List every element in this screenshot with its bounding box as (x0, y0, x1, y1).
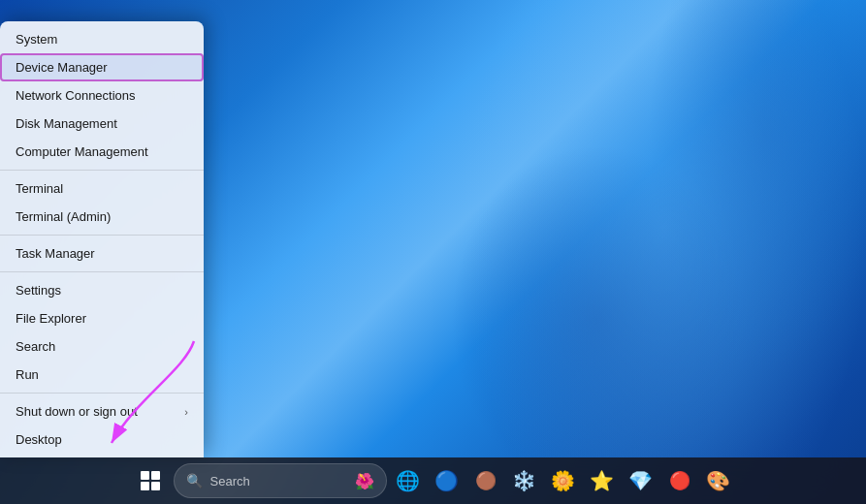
taskbar-icon-red[interactable]: 🔴 (662, 463, 697, 498)
taskbar-center: 🔍 Search 🌺 🌐 🔵 🟤 ❄️ 🌼 ⭐ 💎 🔴 🎨 (131, 461, 736, 500)
menu-item-label-disk-management: Disk Management (16, 116, 117, 131)
menu-item-settings[interactable]: Settings (0, 276, 204, 304)
menu-separator-sep4 (0, 393, 204, 394)
start-button[interactable] (131, 461, 170, 500)
logo-quad-4 (151, 482, 160, 490)
menu-item-label-desktop: Desktop (16, 432, 62, 447)
menu-item-task-manager[interactable]: Task Manager (0, 239, 204, 268)
menu-item-run[interactable]: Run (0, 361, 204, 389)
taskbar-search-bar[interactable]: 🔍 Search 🌺 (174, 463, 387, 498)
menu-item-arrow-shut-down: › (184, 406, 188, 418)
menu-item-file-explorer[interactable]: File Explorer (0, 304, 204, 332)
menu-separator-sep2 (0, 235, 204, 236)
menu-item-network-connections[interactable]: Network Connections (0, 81, 204, 110)
menu-item-system[interactable]: System (0, 25, 204, 53)
taskbar-icon-star[interactable]: ⭐ (585, 463, 620, 498)
logo-quad-1 (141, 471, 149, 480)
search-icon: 🔍 (186, 473, 203, 488)
windows-logo (141, 471, 160, 490)
logo-quad-2 (151, 471, 160, 480)
menu-item-disk-management[interactable]: Disk Management (0, 110, 204, 138)
taskbar-icon-globe[interactable]: 🌐 (391, 463, 426, 498)
menu-item-label-shut-down: Shut down or sign out (16, 404, 138, 419)
taskbar-icon-colorful[interactable]: 🎨 (701, 463, 736, 498)
logo-quad-3 (141, 482, 149, 490)
menu-item-label-run: Run (16, 367, 39, 382)
menu-item-terminal-admin[interactable]: Terminal (Admin) (0, 203, 204, 231)
menu-item-label-device-manager: Device Manager (16, 60, 108, 75)
menu-separator-sep1 (0, 170, 204, 171)
taskbar-icon-circle2[interactable]: 🟤 (468, 463, 503, 498)
menu-item-label-terminal-admin: Terminal (Admin) (16, 209, 111, 224)
taskbar-search-label: Search (210, 474, 347, 488)
menu-item-desktop[interactable]: Desktop (0, 425, 204, 454)
menu-item-label-settings: Settings (16, 283, 61, 298)
menu-item-search[interactable]: Search (0, 332, 204, 361)
taskbar-flower-icon: 🌺 (355, 472, 374, 490)
menu-item-label-system: System (16, 32, 57, 47)
desktop-wallpaper (194, 0, 866, 457)
taskbar-icon-sun[interactable]: 🌼 (546, 463, 581, 498)
taskbar-icon-circle1[interactable]: 🔵 (430, 463, 465, 498)
menu-separator-sep3 (0, 271, 204, 272)
taskbar-icon-gem[interactable]: 💎 (624, 463, 658, 498)
menu-item-label-terminal: Terminal (16, 181, 63, 196)
menu-item-computer-management[interactable]: Computer Management (0, 138, 204, 166)
taskbar: 🔍 Search 🌺 🌐 🔵 🟤 ❄️ 🌼 ⭐ 💎 🔴 🎨 (0, 457, 866, 504)
menu-item-label-search: Search (16, 339, 55, 354)
taskbar-icon-snowflake[interactable]: ❄️ (507, 463, 542, 498)
menu-item-label-network-connections: Network Connections (16, 88, 136, 103)
menu-item-shut-down[interactable]: Shut down or sign out› (0, 397, 204, 425)
context-menu: SystemDevice ManagerNetwork ConnectionsD… (0, 21, 204, 457)
menu-item-label-task-manager: Task Manager (16, 246, 95, 261)
menu-item-label-computer-management: Computer Management (16, 144, 148, 159)
menu-item-device-manager[interactable]: Device Manager (0, 53, 204, 81)
menu-item-label-file-explorer: File Explorer (16, 311, 86, 326)
menu-item-terminal[interactable]: Terminal (0, 174, 204, 203)
